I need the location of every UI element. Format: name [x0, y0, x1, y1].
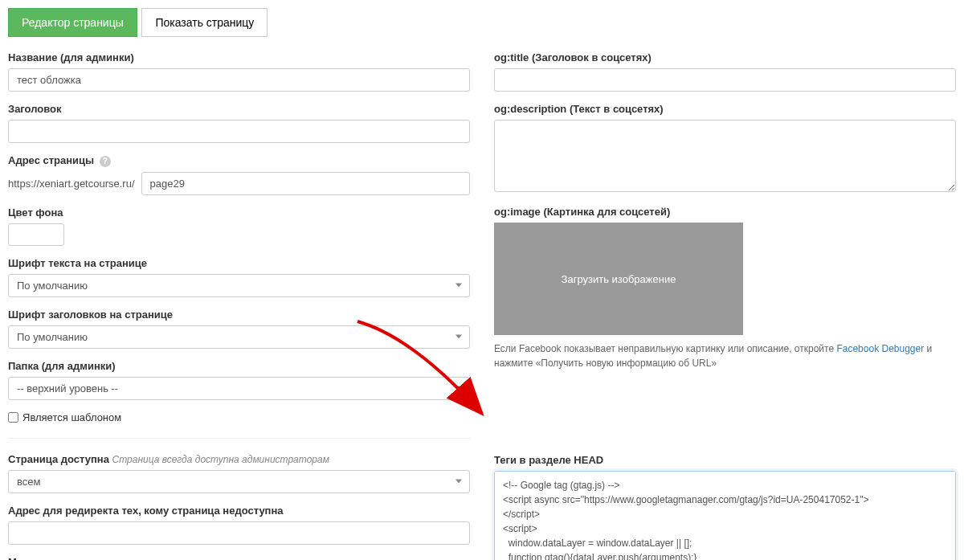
- url-slug-input[interactable]: [141, 172, 470, 195]
- text-font-label: Шрифт текста на странице: [8, 257, 470, 269]
- head-tags-textarea[interactable]: [494, 471, 956, 560]
- access-select[interactable]: всем: [8, 470, 470, 493]
- text-font-select[interactable]: По умолчанию: [8, 274, 470, 297]
- og-image-label: og:image (Картинка для соцсетей): [494, 206, 956, 218]
- og-title-input[interactable]: [494, 68, 956, 92]
- page-tabs: Редактор страницы Показать страницу: [8, 8, 956, 37]
- og-image-upload[interactable]: Загрузить изображение: [494, 223, 743, 335]
- fb-debugger-note: Если Facebook показывает неправильную ка…: [494, 341, 956, 370]
- bg-color-label: Цвет фона: [8, 206, 470, 219]
- og-desc-textarea[interactable]: [494, 120, 956, 192]
- title-input[interactable]: [8, 120, 470, 143]
- is-template-label: Является шаблоном: [22, 411, 121, 423]
- bg-color-input[interactable]: [8, 223, 64, 246]
- divider: [8, 438, 470, 439]
- og-title-label: og:title (Заголовок в соцсетях): [494, 51, 956, 63]
- name-input[interactable]: [8, 68, 470, 92]
- redirect-method-label: Метод редиректа тех, кому страница недос…: [8, 556, 470, 560]
- folder-label: Папка (для админки): [8, 360, 470, 372]
- fb-debugger-link[interactable]: Facebook Debugger: [836, 343, 924, 354]
- url-label: Адрес страницы ?: [8, 154, 470, 167]
- access-label: Страница доступна Страница всегда доступ…: [8, 453, 470, 465]
- url-prefix: https://xeniart.getcourse.ru/: [8, 178, 135, 190]
- redirect-url-label: Адрес для редиректа тех, кому страница н…: [8, 505, 470, 517]
- is-template-checkbox[interactable]: [8, 412, 18, 423]
- right-column: og:title (Заголовок в соцсетях) og:descr…: [494, 51, 956, 560]
- tab-editor[interactable]: Редактор страницы: [8, 8, 137, 37]
- og-desc-label: og:description (Текст в соцсетях): [494, 103, 956, 115]
- help-icon[interactable]: ?: [100, 156, 111, 167]
- left-column: Название (для админки) Заголовок Адрес с…: [8, 51, 470, 560]
- folder-select[interactable]: -- верхний уровень --: [8, 377, 470, 400]
- head-tags-label: Теги в разделе HEAD: [494, 454, 956, 466]
- title-label: Заголовок: [8, 103, 470, 115]
- tab-preview[interactable]: Показать страницу: [141, 8, 268, 37]
- redirect-url-input[interactable]: [8, 521, 470, 545]
- head-font-select[interactable]: По умолчанию: [8, 325, 470, 349]
- head-font-label: Шрифт заголовков на странице: [8, 309, 470, 321]
- name-label: Название (для админки): [8, 51, 470, 63]
